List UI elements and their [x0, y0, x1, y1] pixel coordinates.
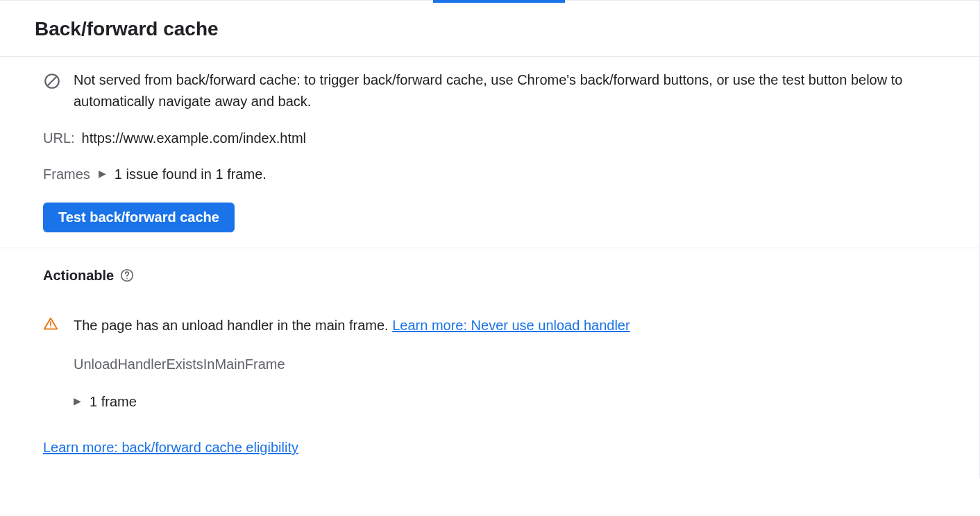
- active-tab-indicator: [433, 0, 565, 3]
- url-label: URL:: [43, 128, 75, 148]
- frames-label: Frames: [43, 164, 90, 184]
- actionable-section: Actionable The page has an unload: [0, 248, 979, 479]
- issue-reason-id: UnloadHandlerExistsInMainFrame: [74, 354, 936, 375]
- frames-row[interactable]: Frames ▶ 1 issue found in 1 frame.: [43, 164, 936, 184]
- url-value: https://www.example.com/index.html: [82, 128, 306, 148]
- svg-line-1: [48, 77, 57, 86]
- frames-summary: 1 issue found in 1 frame.: [115, 164, 267, 184]
- url-row: URL: https://www.example.com/index.html: [43, 128, 936, 148]
- svg-point-5: [50, 327, 51, 328]
- page-title: Back/forward cache: [35, 15, 945, 44]
- status-section: Not served from back/forward cache: to t…: [0, 57, 979, 248]
- issue-frame-row[interactable]: ▶ 1 frame: [74, 391, 936, 412]
- issue-row: The page has an unload handler in the ma…: [43, 315, 936, 412]
- actionable-heading-row: Actionable: [43, 265, 936, 286]
- bfcache-eligibility-link[interactable]: Learn more: back/forward cache eligibili…: [43, 440, 298, 455]
- actionable-heading: Actionable: [43, 265, 114, 286]
- not-served-icon: [43, 72, 61, 96]
- help-icon[interactable]: [119, 268, 135, 283]
- status-row: Not served from back/forward cache: to t…: [43, 69, 936, 112]
- issue-title-line: The page has an unload handler in the ma…: [74, 315, 936, 336]
- expand-triangle-icon[interactable]: ▶: [74, 394, 81, 409]
- issue-learn-more-link[interactable]: Learn more: Never use unload handler: [392, 318, 630, 333]
- warning-icon: [43, 316, 58, 337]
- expand-triangle-icon[interactable]: ▶: [99, 166, 106, 181]
- test-bfcache-button[interactable]: Test back/forward cache: [43, 203, 235, 232]
- issue-body: The page has an unload handler in the ma…: [74, 315, 936, 412]
- svg-point-3: [126, 278, 128, 280]
- panel-header: Back/forward cache: [0, 1, 979, 57]
- status-message: Not served from back/forward cache: to t…: [74, 69, 936, 112]
- issue-message: The page has an unload handler in the ma…: [74, 318, 389, 333]
- eligibility-link-row: Learn more: back/forward cache eligibili…: [43, 437, 936, 458]
- issue-frame-count: 1 frame: [90, 391, 137, 412]
- bfcache-panel: Back/forward cache Not served from back/…: [0, 0, 980, 479]
